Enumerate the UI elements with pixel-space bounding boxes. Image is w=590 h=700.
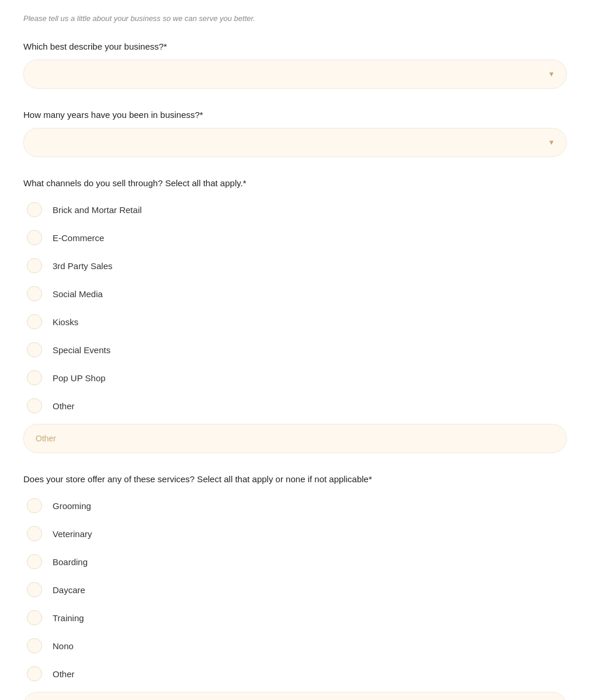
sales-channel-label-popup: Pop UP Shop xyxy=(53,373,106,383)
services-other-input[interactable] xyxy=(23,692,567,700)
sales-channel-label-other: Other xyxy=(53,401,75,411)
years-in-business-select[interactable] xyxy=(23,128,567,157)
sales-channels-label: What channels do you sell through? Selec… xyxy=(23,178,567,188)
service-label-boarding: Boarding xyxy=(53,557,88,567)
sales-channel-item-brick[interactable]: Brick and Mortar Retail xyxy=(23,196,567,223)
sales-channel-item-other[interactable]: Other xyxy=(23,392,567,419)
sales-channels-list: Brick and Mortar RetailE-Commerce3rd Par… xyxy=(23,196,567,419)
page-subtitle: Please tell us a little about your busin… xyxy=(23,14,567,23)
sales-channel-checkbox-kiosks[interactable] xyxy=(27,314,42,329)
sales-channel-item-third-party[interactable]: 3rd Party Sales xyxy=(23,252,567,279)
service-item-grooming[interactable]: Grooming xyxy=(23,492,567,519)
sales-channel-label-special-events: Special Events xyxy=(53,345,110,355)
business-type-select[interactable] xyxy=(23,60,567,89)
service-item-nono[interactable]: Nono xyxy=(23,632,567,659)
sales-channel-checkbox-third-party[interactable] xyxy=(27,258,42,273)
sales-channel-item-ecommerce[interactable]: E-Commerce xyxy=(23,224,567,251)
sales-channel-checkbox-ecommerce[interactable] xyxy=(27,230,42,245)
sales-channels-section: What channels do you sell through? Selec… xyxy=(23,178,567,453)
service-item-other[interactable]: Other xyxy=(23,660,567,687)
sales-channels-other-input[interactable] xyxy=(23,424,567,453)
sales-channel-label-ecommerce: E-Commerce xyxy=(53,233,104,243)
service-label-other: Other xyxy=(53,669,75,679)
sales-channel-label-kiosks: Kiosks xyxy=(53,317,78,327)
service-label-veterinary: Veterinary xyxy=(53,529,92,539)
sales-channel-item-popup[interactable]: Pop UP Shop xyxy=(23,364,567,391)
sales-channel-item-special-events[interactable]: Special Events xyxy=(23,336,567,363)
business-type-dropdown-wrapper: ▼ xyxy=(23,60,567,89)
sales-channel-checkbox-brick[interactable] xyxy=(27,202,42,217)
service-item-daycare[interactable]: Daycare xyxy=(23,576,567,603)
sales-channel-checkbox-special-events[interactable] xyxy=(27,342,42,357)
service-checkbox-nono[interactable] xyxy=(27,638,42,653)
services-label: Does your store offer any of these servi… xyxy=(23,474,567,484)
service-label-daycare: Daycare xyxy=(53,585,85,595)
sales-channel-checkbox-other[interactable] xyxy=(27,398,42,413)
years-in-business-label: How many years have you been in business… xyxy=(23,110,567,120)
business-type-label: Which best describe your business?* xyxy=(23,41,567,51)
sales-channel-label-brick: Brick and Mortar Retail xyxy=(53,205,142,215)
service-checkbox-other[interactable] xyxy=(27,666,42,681)
sales-channel-checkbox-popup[interactable] xyxy=(27,370,42,385)
service-label-nono: Nono xyxy=(53,641,74,651)
service-item-veterinary[interactable]: Veterinary xyxy=(23,520,567,547)
years-in-business-dropdown-wrapper: ▼ xyxy=(23,128,567,157)
years-in-business-section: How many years have you been in business… xyxy=(23,110,567,157)
sales-channel-label-third-party: 3rd Party Sales xyxy=(53,261,113,271)
service-label-training: Training xyxy=(53,613,84,623)
service-label-grooming: Grooming xyxy=(53,501,91,511)
service-checkbox-boarding[interactable] xyxy=(27,554,42,569)
service-checkbox-veterinary[interactable] xyxy=(27,526,42,541)
business-type-section: Which best describe your business?* ▼ xyxy=(23,41,567,89)
sales-channel-label-social: Social Media xyxy=(53,289,103,299)
service-checkbox-grooming[interactable] xyxy=(27,498,42,513)
sales-channel-checkbox-social[interactable] xyxy=(27,286,42,301)
sales-channel-item-social[interactable]: Social Media xyxy=(23,280,567,307)
service-item-boarding[interactable]: Boarding xyxy=(23,548,567,575)
services-section: Does your store offer any of these servi… xyxy=(23,474,567,700)
service-checkbox-training[interactable] xyxy=(27,610,42,625)
service-item-training[interactable]: Training xyxy=(23,604,567,631)
sales-channel-item-kiosks[interactable]: Kiosks xyxy=(23,308,567,335)
services-list: GroomingVeterinaryBoardingDaycareTrainin… xyxy=(23,492,567,687)
service-checkbox-daycare[interactable] xyxy=(27,582,42,597)
